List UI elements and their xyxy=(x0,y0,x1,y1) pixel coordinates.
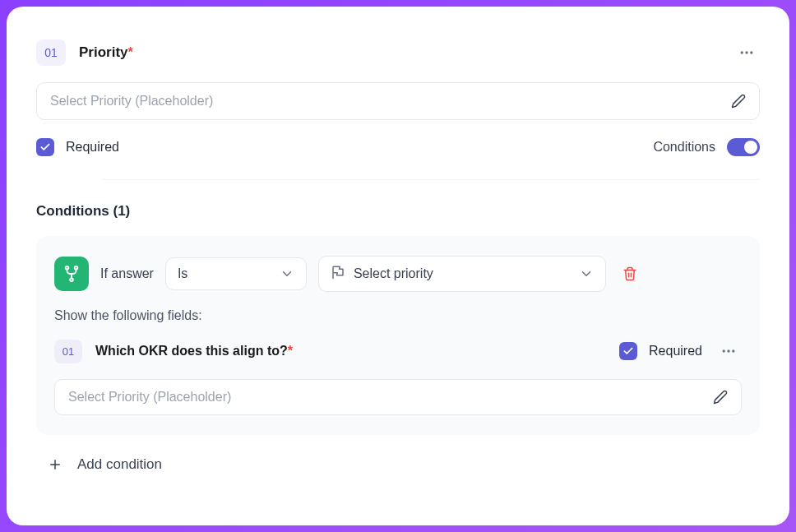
form-card: 01 Priority* Select Priority (Placeholde… xyxy=(7,7,789,525)
subfield-header: 01 Which OKR does this align to?* Requir… xyxy=(54,338,742,364)
toggle-thumb xyxy=(744,141,757,154)
svg-point-0 xyxy=(741,51,743,53)
required-asterisk: * xyxy=(288,344,293,358)
branch-icon xyxy=(54,257,89,291)
conditions-label: Conditions xyxy=(653,140,715,155)
field-controls: Required Conditions xyxy=(36,138,760,156)
divider xyxy=(102,179,760,180)
edit-icon[interactable] xyxy=(713,390,728,405)
conditions-toggle[interactable] xyxy=(727,138,760,156)
chevron-down-icon xyxy=(280,266,294,281)
field-title: Priority xyxy=(79,44,128,60)
subfield-select[interactable]: Select Priority (Placeholder) xyxy=(54,379,742,415)
required-checkbox-group: Required xyxy=(36,138,119,156)
svg-point-7 xyxy=(727,349,729,352)
subfield-required-group: Required xyxy=(619,342,702,360)
subfield-required-checkbox[interactable] xyxy=(619,342,637,360)
conditions-panel: If answer Is Select priority xyxy=(36,236,760,435)
required-checkbox[interactable] xyxy=(36,138,54,156)
flag-icon xyxy=(331,265,345,283)
svg-point-1 xyxy=(745,51,747,53)
if-answer-label: If answer xyxy=(100,266,154,281)
edit-icon[interactable] xyxy=(731,94,746,109)
subfield-required-label: Required xyxy=(649,344,702,359)
svg-point-8 xyxy=(732,349,734,352)
operator-value: Is xyxy=(178,266,187,281)
field-title-wrap: Priority* xyxy=(79,44,133,61)
svg-point-2 xyxy=(750,51,752,53)
plus-icon xyxy=(48,457,62,472)
subfield-title-wrap: Which OKR does this align to?* xyxy=(95,344,293,359)
priority-placeholder: Select Priority (Placeholder) xyxy=(50,94,213,109)
field-header: 01 Priority* xyxy=(36,39,760,66)
add-condition-label: Add condition xyxy=(77,456,162,473)
operator-dropdown[interactable]: Is xyxy=(165,257,307,290)
subfield-more-icon[interactable] xyxy=(715,338,742,364)
subfield-placeholder: Select Priority (Placeholder) xyxy=(68,390,231,405)
more-icon[interactable] xyxy=(734,39,760,66)
required-asterisk: * xyxy=(128,45,133,59)
conditions-heading: Conditions (1) xyxy=(36,203,760,220)
add-condition-button[interactable]: Add condition xyxy=(36,456,760,473)
chevron-down-icon xyxy=(579,266,594,281)
show-fields-label: Show the following fields: xyxy=(54,308,742,323)
conditions-toggle-group: Conditions xyxy=(653,138,760,156)
condition-row: If answer Is Select priority xyxy=(54,256,742,292)
delete-condition-icon[interactable] xyxy=(618,261,642,286)
svg-point-6 xyxy=(723,349,725,352)
subfield-title: Which OKR does this align to? xyxy=(95,344,288,358)
field-index-badge: 01 xyxy=(36,39,66,66)
value-placeholder: Select priority xyxy=(354,266,433,281)
value-dropdown[interactable]: Select priority xyxy=(318,256,606,292)
priority-select[interactable]: Select Priority (Placeholder) xyxy=(36,82,760,120)
subfield-index-badge: 01 xyxy=(54,340,82,363)
value-dropdown-content: Select priority xyxy=(331,265,433,283)
required-label: Required xyxy=(66,140,119,155)
